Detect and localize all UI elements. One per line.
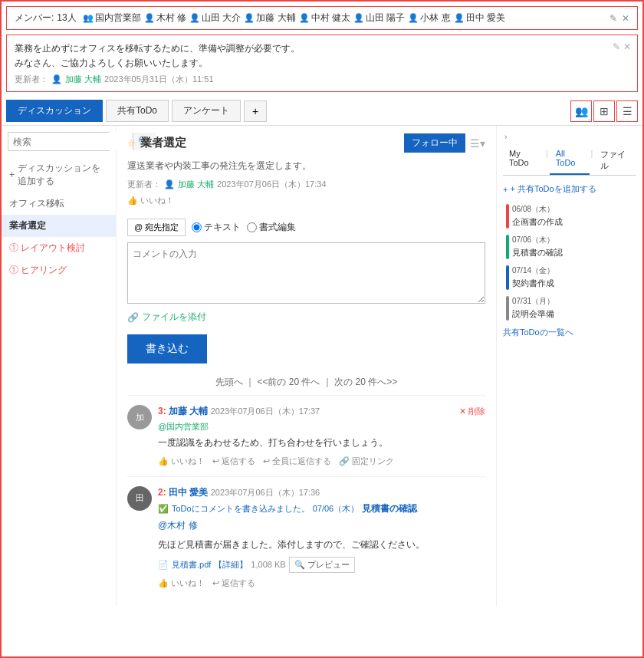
- comment-3-actions: 👍 いいね！ ↩ 返信する ↩ 全員に返信する 🔗 固定リンク: [158, 456, 485, 467]
- tab-my-todo[interactable]: My ToDo: [503, 146, 544, 175]
- right-panel: 6 › My ToDo | All ToDo | ファイル + + 共有ToDo…: [497, 126, 642, 606]
- reply-3-btn[interactable]: ↩ 返信する: [212, 456, 255, 467]
- tab-add[interactable]: +: [244, 100, 267, 122]
- tabs-left: ディスカッション 共有ToDo アンケート +: [6, 100, 267, 122]
- ann-close-icon[interactable]: ✕: [623, 41, 631, 52]
- todo-check-icon: ✅: [158, 504, 169, 514]
- submit-button[interactable]: 書き込む: [127, 334, 207, 364]
- comment-2-num: 2:: [158, 487, 169, 498]
- todo-row-2: 07/06（木） 見積書の確認: [506, 235, 636, 259]
- comment-3-header: 3: 加藤 大輔 2023年07月06日（木）17:37 ✕ 削除: [158, 405, 485, 418]
- radio-text-input[interactable]: [192, 222, 202, 232]
- sidebar-item-layout[interactable]: ① レイアウト検討: [2, 237, 116, 259]
- todo-ref-text: ToDoにコメントを書き込みました。: [172, 503, 310, 515]
- todo-name-4[interactable]: 説明会準備: [512, 308, 636, 320]
- todo-text-3: 07/14（金） 契約書作成: [512, 265, 636, 290]
- update-date: 2023年05月31日（水）11:51: [104, 74, 213, 85]
- todo-name-2[interactable]: 見積書の確認: [512, 247, 636, 258]
- grid-view-btn[interactable]: ⊞: [593, 100, 615, 122]
- add-discussion-btn[interactable]: + ディスカッションを追加する: [2, 157, 116, 192]
- todo-color-bar-1: [506, 204, 509, 229]
- reply-2-btn[interactable]: ↩ 返信する: [212, 577, 255, 589]
- file-icon: 📄: [158, 560, 169, 570]
- like-3-btn[interactable]: 👍 いいね！: [158, 456, 205, 467]
- add-icon: +: [9, 169, 15, 180]
- updater-name-d: 加藤 大輔: [178, 179, 214, 190]
- todo-color-bar-3: [506, 265, 509, 290]
- todo-name-3[interactable]: 契約書作成: [512, 278, 636, 289]
- discussion-header-right: フォロー中 ☰▾: [404, 133, 485, 153]
- person-icon-1: 👤: [144, 13, 155, 23]
- file-link-2[interactable]: 📄 見積書.pdf 【詳細】 1,008 KB 🔍 プレビュー: [158, 557, 485, 573]
- tab-file[interactable]: ファイル: [594, 146, 636, 175]
- person-icon-4: 👤: [299, 13, 310, 23]
- todo-color-bar-2: [506, 235, 509, 259]
- list-view-btn[interactable]: ☰: [616, 100, 638, 122]
- radio-text[interactable]: テキスト: [192, 221, 241, 234]
- radio-rich[interactable]: 書式編集: [247, 221, 296, 234]
- sidebar-item-hearing[interactable]: ① ヒアリング: [2, 259, 116, 281]
- tab-divider-2: |: [590, 146, 595, 175]
- todo-name-1[interactable]: 企画書の作成: [512, 216, 636, 228]
- comment-2-body: 田 2: 田中 愛美 2023年07月06日（木）17:36 ✅ ToDoにコメ…: [127, 486, 485, 589]
- todo-date-2: 07/06（木）: [512, 235, 636, 245]
- member-5: 👤山田 陽子: [353, 12, 405, 25]
- tab-shared-todo[interactable]: 共有ToDo: [106, 100, 169, 122]
- todo-list-link[interactable]: 共有ToDoの一覧へ: [503, 327, 636, 338]
- warning-icon-layout: ①: [9, 242, 18, 253]
- tab-divider-1: |: [544, 146, 550, 175]
- expand-arrow[interactable]: ›: [503, 130, 509, 143]
- edit-icon[interactable]: ✎: [610, 13, 617, 24]
- tab-survey[interactable]: アンケート: [172, 100, 241, 122]
- todo-ref-name[interactable]: 見積書の確認: [362, 502, 417, 515]
- add-todo-btn[interactable]: + + 共有ToDoを追加する: [503, 180, 636, 198]
- sidebar-item-vendor[interactable]: 業者選定: [2, 215, 116, 237]
- updater-name: 加藤 大輔: [65, 74, 101, 85]
- discussion-title-row: ☆ 業者選定: [127, 136, 186, 150]
- search-input[interactable]: [8, 133, 133, 150]
- avatar-2: 田: [127, 486, 152, 511]
- comment-2-meta: 2: 田中 愛美 2023年07月06日（木）17:36: [158, 486, 320, 499]
- updater-label: 更新者：: [15, 74, 48, 85]
- tab-discussion[interactable]: ディスカッション: [6, 100, 103, 122]
- group-icon: 👥: [83, 13, 94, 23]
- radio-rich-input[interactable]: [247, 222, 257, 232]
- comment-2-time: 2023年07月06日（木）17:36: [211, 488, 320, 497]
- add-todo-label: + 共有ToDoを追加する: [510, 183, 596, 195]
- updater-icon-d: 👤: [164, 179, 175, 189]
- updater-icon: 👤: [51, 74, 62, 84]
- comment-3-author[interactable]: 加藤 大輔: [169, 406, 208, 416]
- todo-date-4: 07/31（月）: [512, 296, 636, 307]
- people-view-btn[interactable]: 👥: [570, 100, 592, 122]
- dest-button[interactable]: @ 宛先指定: [127, 219, 186, 236]
- comment-textarea[interactable]: [127, 242, 485, 304]
- close-icon[interactable]: ✕: [622, 13, 629, 24]
- comment-3-delete[interactable]: ✕ 削除: [459, 406, 485, 417]
- preview-button[interactable]: 🔍 プレビュー: [289, 557, 355, 573]
- attach-file-link[interactable]: 🔗 ファイルを添付: [127, 311, 485, 324]
- discussion-meta: 更新者： 👤 加藤 大輔 2023年07月06日（木）17:34: [127, 179, 485, 190]
- sidebar-item-label: オフィス移転: [9, 198, 64, 209]
- ann-line2: みなさん、ご協力よろしくお願いいたします。: [15, 56, 629, 71]
- members-actions: ✎ ✕: [610, 13, 629, 24]
- reply-all-3-btn[interactable]: ↩ 全員に返信する: [263, 456, 331, 467]
- avatar-3: 加: [127, 405, 152, 429]
- updater-label-d: 更新者：: [127, 179, 161, 190]
- star-icon: ☆: [127, 138, 136, 149]
- like-button[interactable]: 👍 いいね！: [127, 195, 485, 206]
- ann-line1: 業務を止めずにオフィスを移転するために、準備や調整が必要です。: [15, 41, 629, 56]
- sidebar-item-office-move[interactable]: オフィス移転: [2, 192, 116, 215]
- menu-icon[interactable]: ☰▾: [470, 137, 485, 150]
- ann-edit-icon[interactable]: ✎: [613, 41, 620, 52]
- pagination: 先頭へ ｜ <<前の 20 件へ ｜ 次の 20 件へ>>: [127, 376, 485, 389]
- follow-button[interactable]: フォロー中: [404, 133, 465, 153]
- permalink-3-btn[interactable]: 🔗 固定リンク: [339, 456, 394, 467]
- comment-2-text: 先ほど見積書が届きました。添付しますので、ご確認ください。: [158, 538, 485, 552]
- file-name[interactable]: 見積書.pdf: [172, 559, 211, 571]
- like-2-btn[interactable]: 👍 いいね！: [158, 577, 205, 589]
- comment-2-author[interactable]: 田中 愛美: [169, 487, 208, 498]
- todo-ref-date: 07/06（木）: [313, 503, 360, 515]
- tab-all-todo[interactable]: All ToDo: [550, 146, 590, 175]
- file-detail-link[interactable]: 【詳細】: [214, 559, 248, 571]
- comment-2-mention: @木村 修: [158, 518, 485, 533]
